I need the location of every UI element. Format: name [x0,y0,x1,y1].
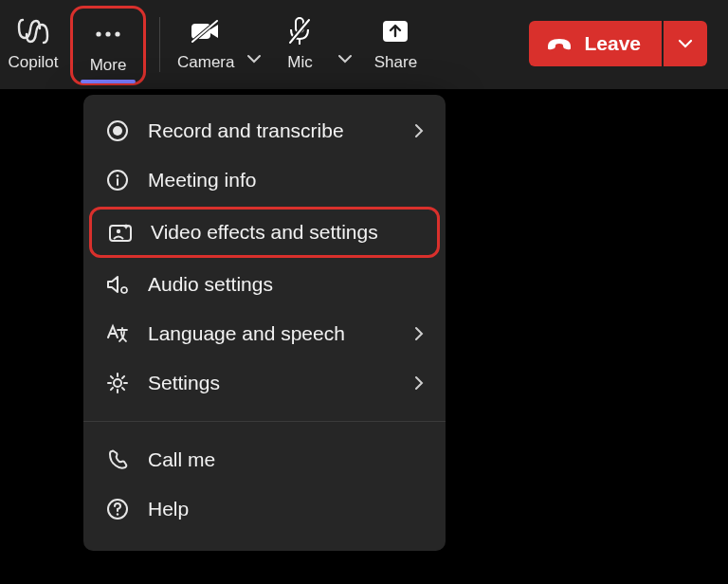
leave-button[interactable]: Leave [529,21,662,66]
camera-off-icon [189,15,223,47]
chevron-right-icon [413,122,425,139]
menu-label: Record and transcribe [148,119,413,142]
phone-icon [104,447,131,473]
copilot-label: Copilot [9,53,59,72]
leave-options-button[interactable] [664,21,707,66]
menu-label: Settings [148,372,413,394]
more-label: More [90,56,127,75]
more-button[interactable]: More [70,6,146,85]
gear-icon [104,370,131,396]
svg-point-14 [117,174,119,177]
chevron-down-icon [677,38,694,49]
share-button[interactable]: Share [357,0,433,89]
menu-label: Help [148,498,425,520]
menu-item-record[interactable]: Record and transcribe [83,106,446,155]
chevron-right-icon [413,374,425,392]
svg-point-2 [115,31,119,36]
more-icon [92,18,124,50]
menu-label: Call me [148,448,425,471]
camera-control: Camera [170,0,266,89]
help-icon [104,496,131,522]
record-icon [104,118,131,144]
more-active-indicator [81,80,136,83]
menu-item-meeting-info[interactable]: Meeting info [83,155,446,205]
mic-button[interactable]: Mic [266,0,333,89]
menu-label: Audio settings [148,273,425,296]
svg-point-1 [105,31,110,36]
chevron-right-icon [413,325,425,342]
menu-item-video-effects[interactable]: Video effects and settings [89,207,440,258]
hangup-icon [546,35,573,52]
menu-item-audio-settings[interactable]: Audio settings [83,260,446,309]
share-label: Share [374,53,417,72]
menu-item-help[interactable]: Help [83,484,446,534]
chevron-down-icon [337,54,353,64]
menu-label: Meeting info [148,169,425,192]
svg-point-17 [117,229,120,233]
menu-item-language[interactable]: Language and speech [83,309,446,358]
share-icon [380,15,410,47]
mic-label: Mic [287,53,312,72]
video-effects-icon [107,219,134,246]
audio-settings-icon [104,271,131,298]
copilot-icon [17,15,49,47]
camera-options-button[interactable] [242,0,266,89]
leave-label: Leave [584,32,641,55]
mic-control: Mic [266,0,357,89]
copilot-button[interactable]: Copilot [0,0,66,89]
mic-off-icon [285,15,314,47]
svg-point-0 [96,31,100,36]
info-icon [104,167,131,193]
menu-item-call-me[interactable]: Call me [83,435,446,484]
svg-point-12 [113,126,122,136]
meeting-toolbar: Copilot More Camera [0,0,728,89]
menu-separator [83,421,446,422]
more-menu: Record and transcribe Meeting info Video… [83,95,446,551]
leave-control: Leave [529,0,720,66]
svg-point-21 [117,513,118,515]
menu-label: Video effects and settings [151,221,422,244]
menu-item-settings[interactable]: Settings [83,358,446,408]
language-icon [104,320,131,347]
mic-options-button[interactable] [333,0,357,89]
toolbar-divider [159,17,160,72]
chevron-down-icon [246,54,262,64]
camera-button[interactable]: Camera [170,0,242,89]
svg-point-19 [114,379,121,387]
menu-label: Language and speech [148,322,413,345]
svg-rect-16 [110,226,131,241]
camera-label: Camera [177,53,234,72]
